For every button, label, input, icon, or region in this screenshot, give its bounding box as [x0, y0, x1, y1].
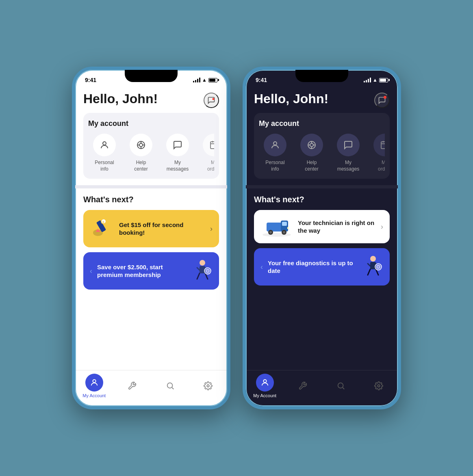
account-icon-orders-light[interactable]: Myorde...: [198, 134, 214, 172]
svg-point-57: [263, 380, 266, 383]
svg-point-28: [207, 385, 210, 387]
message-icon-dark: [343, 140, 353, 150]
signal-bar-d2: [366, 80, 367, 82]
promo-card-blue[interactable]: ‹ Save over $2.500, start premium member…: [83, 252, 219, 290]
orders-label-dark: Myorde...: [378, 160, 385, 172]
nav-search-icon-wrap-dark: [332, 377, 350, 395]
svg-point-17: [200, 260, 205, 266]
svg-point-49: [370, 256, 376, 262]
diagnostics-back-arrow: ‹: [260, 263, 263, 271]
screen-dark: Hello, John! My account: [246, 88, 398, 406]
status-icons-dark: ▲: [364, 77, 388, 83]
technician-arrow: ›: [381, 223, 383, 231]
svg-text:$: $: [102, 220, 104, 224]
orders-label-light: Myorde...: [207, 160, 214, 172]
svg-rect-8: [210, 142, 214, 149]
calendar-icon-light: [209, 140, 214, 150]
battery-icon-dark: [379, 78, 388, 82]
yellow-promo-text: Get $15 off for second booking!: [119, 221, 205, 237]
account-icon-orders-dark[interactable]: Myorde...: [369, 134, 385, 172]
notification-button-dark[interactable]: [374, 93, 390, 108]
notification-dot-dark: [384, 96, 386, 99]
svg-point-47: [283, 231, 285, 234]
discount-icon: $: [90, 216, 114, 241]
signal-bar-d4: [370, 78, 371, 82]
nav-my-account-light[interactable]: My Account: [82, 374, 106, 398]
nav-services-light[interactable]: [120, 377, 144, 395]
search-icon-dark: [336, 381, 345, 390]
nav-account-icon-wrap-dark: [256, 374, 274, 392]
app-header-light: Hello, John!: [75, 88, 227, 113]
messages-circle-light: [166, 134, 189, 156]
nav-services-dark[interactable]: [291, 377, 315, 395]
search-icon-light: [166, 381, 175, 390]
notification-button-light[interactable]: [204, 93, 219, 108]
greeting-light: Hello, John!: [83, 91, 158, 106]
help-icon-light: [136, 140, 146, 150]
account-icon-help-light[interactable]: Helpcenter: [125, 134, 157, 172]
bottom-nav-light: My Account: [75, 370, 227, 406]
account-icon-help-dark[interactable]: Helpcenter: [295, 134, 328, 172]
account-icon-messages-light[interactable]: Mymessages: [161, 134, 194, 172]
help-label-light: Helpcenter: [134, 160, 148, 172]
svg-rect-48: [287, 227, 289, 229]
account-icon-personal-info-dark[interactable]: Personalinfo: [259, 134, 291, 172]
svg-point-45: [269, 231, 272, 234]
blue-promo-text: Save over $2.500, start premium membersh…: [97, 263, 183, 279]
personal-info-circle-dark: [264, 134, 286, 156]
messages-circle-dark: [337, 134, 360, 156]
wifi-icon-dark: ▲: [373, 77, 378, 83]
nav-services-icon-wrap-light: [123, 377, 141, 395]
nav-search-dark[interactable]: [329, 377, 353, 395]
promo-card-yellow[interactable]: $ Get $15 off for second booking! ›: [83, 210, 219, 247]
svg-rect-43: [282, 222, 287, 226]
nav-settings-icon-wrap-light: [199, 377, 217, 395]
technician-text: Your technician is right on the way: [298, 219, 376, 235]
notification-icon-light: [207, 96, 215, 104]
personal-info-circle-light: [93, 134, 116, 156]
signal-bar-3: [197, 79, 198, 82]
wifi-icon-light: ▲: [202, 77, 207, 83]
account-icon-messages-dark[interactable]: Mymessages: [332, 134, 365, 172]
notch-light: [125, 70, 178, 82]
account-icons-row-light: Personalinfo Helpcenter: [88, 134, 214, 172]
battery-fill-dark: [380, 79, 386, 82]
svg-point-25: [93, 380, 95, 383]
svg-point-24: [206, 269, 209, 273]
calendar-icon-dark: [380, 140, 385, 150]
nav-search-light[interactable]: [158, 377, 182, 395]
svg-point-58: [338, 383, 343, 388]
svg-line-59: [343, 387, 344, 389]
diagnostics-text: Your free diagnostics is up to date: [268, 259, 354, 275]
nav-my-account-dark[interactable]: My Account: [253, 374, 277, 398]
account-card-light: My account Personalinfo: [83, 113, 219, 179]
yellow-promo-arrow: ›: [210, 225, 213, 233]
phone-light: 9:41 ▲ Hello, John!: [72, 67, 230, 409]
status-icons-light: ▲: [193, 77, 217, 83]
greeting-dark: Hello, John!: [254, 91, 328, 106]
svg-point-60: [378, 385, 380, 387]
discount-illustration: $: [90, 216, 112, 239]
help-icon-dark: [307, 140, 317, 150]
account-icon-personal-info-light[interactable]: Personalinfo: [88, 134, 121, 172]
wrench-icon-light: [128, 381, 137, 390]
screen-light: Hello, John! My account: [75, 88, 227, 406]
nav-account-icon-wrap-light: [85, 374, 103, 392]
svg-point-31: [310, 143, 313, 147]
nav-settings-icon-wrap-dark: [370, 377, 388, 395]
signal-bars-dark: [364, 78, 371, 82]
svg-point-29: [273, 142, 277, 145]
my-account-section-dark: My account Personalinfo: [246, 113, 398, 184]
svg-point-26: [167, 383, 172, 388]
whats-next-title-dark: What's next?: [254, 195, 390, 204]
technician-card-dark[interactable]: Your technician is right on the way ›: [254, 210, 390, 243]
notch-dark: [295, 70, 348, 82]
signal-bar-d3: [368, 79, 369, 82]
wrench-icon-dark: [298, 381, 307, 390]
svg-line-19: [197, 268, 200, 270]
messages-label-light: Mymessages: [167, 160, 189, 172]
nav-settings-light[interactable]: [196, 377, 220, 395]
diagnostics-card-dark[interactable]: ‹ Your free diagnostics is up to date: [254, 248, 390, 286]
orders-circle-dark: [373, 134, 385, 156]
nav-settings-dark[interactable]: [367, 377, 391, 395]
